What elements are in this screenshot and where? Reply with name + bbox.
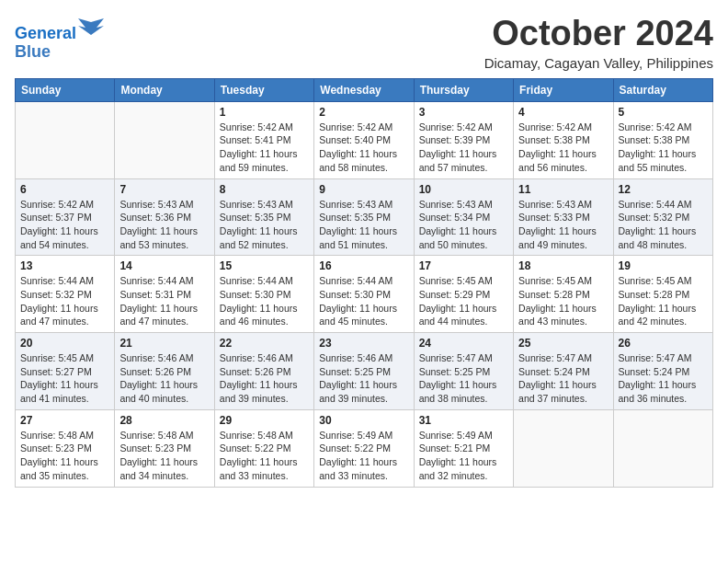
weekday-header-cell: Thursday (414, 78, 513, 101)
calendar-week-row: 20Sunrise: 5:45 AM Sunset: 5:27 PM Dayli… (16, 333, 713, 410)
day-number: 6 (20, 183, 109, 196)
calendar-day-cell: 4Sunrise: 5:42 AM Sunset: 5:38 PM Daylig… (514, 101, 613, 178)
day-info: Sunrise: 5:42 AM Sunset: 5:38 PM Dayligh… (619, 121, 708, 175)
day-number: 1 (220, 106, 309, 119)
day-info: Sunrise: 5:48 AM Sunset: 5:23 PM Dayligh… (20, 429, 109, 483)
calendar-table: SundayMondayTuesdayWednesdayThursdayFrid… (15, 78, 713, 488)
calendar-day-cell: 7Sunrise: 5:43 AM Sunset: 5:36 PM Daylig… (115, 178, 214, 256)
calendar-day-cell: 10Sunrise: 5:43 AM Sunset: 5:34 PM Dayli… (414, 178, 513, 256)
calendar-day-cell: 23Sunrise: 5:46 AM Sunset: 5:25 PM Dayli… (314, 333, 414, 410)
day-number: 29 (220, 414, 309, 427)
day-info: Sunrise: 5:42 AM Sunset: 5:37 PM Dayligh… (20, 198, 109, 252)
day-info: Sunrise: 5:42 AM Sunset: 5:40 PM Dayligh… (319, 121, 408, 175)
day-number: 19 (619, 259, 708, 272)
logo-bird-icon (78, 18, 104, 39)
calendar-day-cell: 12Sunrise: 5:44 AM Sunset: 5:32 PM Dayli… (613, 178, 712, 256)
day-info: Sunrise: 5:46 AM Sunset: 5:26 PM Dayligh… (119, 351, 209, 406)
calendar-day-cell: 5Sunrise: 5:42 AM Sunset: 5:38 PM Daylig… (613, 101, 712, 178)
day-number: 12 (619, 183, 708, 196)
calendar-day-cell: 9Sunrise: 5:43 AM Sunset: 5:35 PM Daylig… (314, 178, 414, 256)
day-number: 30 (319, 414, 408, 427)
weekday-header-cell: Tuesday (214, 78, 313, 101)
calendar-day-cell (115, 101, 214, 178)
month-title: October 2024 (484, 15, 713, 53)
calendar-day-cell: 8Sunrise: 5:43 AM Sunset: 5:35 PM Daylig… (214, 178, 313, 256)
calendar-day-cell: 16Sunrise: 5:44 AM Sunset: 5:30 PM Dayli… (314, 256, 414, 333)
day-info: Sunrise: 5:49 AM Sunset: 5:21 PM Dayligh… (419, 429, 508, 483)
weekday-header-cell: Saturday (613, 78, 712, 101)
day-number: 11 (518, 183, 608, 196)
day-number: 31 (419, 414, 508, 427)
calendar-day-cell: 15Sunrise: 5:44 AM Sunset: 5:30 PM Dayli… (214, 256, 313, 333)
calendar-day-cell: 24Sunrise: 5:47 AM Sunset: 5:25 PM Dayli… (414, 333, 513, 410)
calendar-day-cell: 20Sunrise: 5:45 AM Sunset: 5:27 PM Dayli… (16, 333, 115, 410)
day-info: Sunrise: 5:47 AM Sunset: 5:24 PM Dayligh… (619, 351, 708, 406)
day-number: 16 (319, 259, 408, 272)
day-info: Sunrise: 5:43 AM Sunset: 5:34 PM Dayligh… (419, 198, 508, 252)
day-info: Sunrise: 5:45 AM Sunset: 5:28 PM Dayligh… (518, 274, 608, 328)
day-number: 25 (518, 337, 608, 350)
day-info: Sunrise: 5:44 AM Sunset: 5:31 PM Dayligh… (119, 274, 209, 328)
day-number: 15 (220, 259, 309, 272)
day-info: Sunrise: 5:43 AM Sunset: 5:35 PM Dayligh… (220, 198, 309, 252)
day-number: 5 (619, 106, 708, 119)
weekday-header-cell: Friday (514, 78, 613, 101)
day-number: 23 (319, 337, 408, 350)
calendar-day-cell: 28Sunrise: 5:48 AM Sunset: 5:23 PM Dayli… (115, 409, 214, 487)
title-block: October 2024 Dicamay, Cagayan Valley, Ph… (484, 15, 713, 71)
calendar-body: 1Sunrise: 5:42 AM Sunset: 5:41 PM Daylig… (16, 101, 713, 487)
calendar-day-cell: 2Sunrise: 5:42 AM Sunset: 5:40 PM Daylig… (314, 101, 414, 178)
calendar-day-cell: 25Sunrise: 5:47 AM Sunset: 5:24 PM Dayli… (514, 333, 613, 410)
day-number: 28 (119, 414, 209, 427)
calendar-day-cell: 31Sunrise: 5:49 AM Sunset: 5:21 PM Dayli… (414, 409, 513, 487)
logo-text: General (15, 18, 104, 43)
calendar-day-cell: 30Sunrise: 5:49 AM Sunset: 5:22 PM Dayli… (314, 409, 414, 487)
day-info: Sunrise: 5:46 AM Sunset: 5:25 PM Dayligh… (319, 351, 408, 406)
day-number: 14 (119, 259, 209, 272)
location: Dicamay, Cagayan Valley, Philippines (484, 55, 713, 71)
calendar-day-cell: 13Sunrise: 5:44 AM Sunset: 5:32 PM Dayli… (16, 256, 115, 333)
day-info: Sunrise: 5:43 AM Sunset: 5:33 PM Dayligh… (518, 198, 608, 252)
calendar-day-cell: 1Sunrise: 5:42 AM Sunset: 5:41 PM Daylig… (214, 101, 313, 178)
day-number: 10 (419, 183, 508, 196)
day-number: 9 (319, 183, 408, 196)
day-info: Sunrise: 5:45 AM Sunset: 5:27 PM Dayligh… (20, 351, 109, 406)
weekday-header-cell: Sunday (16, 78, 115, 101)
day-info: Sunrise: 5:42 AM Sunset: 5:39 PM Dayligh… (419, 121, 508, 175)
day-info: Sunrise: 5:44 AM Sunset: 5:32 PM Dayligh… (619, 198, 708, 252)
calendar-day-cell: 14Sunrise: 5:44 AM Sunset: 5:31 PM Dayli… (115, 256, 214, 333)
day-number: 21 (119, 337, 209, 350)
calendar-week-row: 27Sunrise: 5:48 AM Sunset: 5:23 PM Dayli… (16, 409, 713, 487)
weekday-header-cell: Wednesday (314, 78, 414, 101)
day-info: Sunrise: 5:43 AM Sunset: 5:36 PM Dayligh… (119, 198, 209, 252)
day-number: 2 (319, 106, 408, 119)
day-info: Sunrise: 5:49 AM Sunset: 5:22 PM Dayligh… (319, 429, 408, 483)
calendar-day-cell: 29Sunrise: 5:48 AM Sunset: 5:22 PM Dayli… (214, 409, 313, 487)
calendar-week-row: 1Sunrise: 5:42 AM Sunset: 5:41 PM Daylig… (16, 101, 713, 178)
calendar-day-cell: 21Sunrise: 5:46 AM Sunset: 5:26 PM Dayli… (115, 333, 214, 410)
calendar-day-cell (613, 409, 712, 487)
day-info: Sunrise: 5:46 AM Sunset: 5:26 PM Dayligh… (220, 351, 309, 406)
day-number: 27 (20, 414, 109, 427)
day-number: 4 (518, 106, 608, 119)
day-number: 22 (220, 337, 309, 350)
calendar-day-cell (514, 409, 613, 487)
calendar-day-cell: 11Sunrise: 5:43 AM Sunset: 5:33 PM Dayli… (514, 178, 613, 256)
day-number: 8 (220, 183, 309, 196)
day-number: 3 (419, 106, 508, 119)
day-info: Sunrise: 5:47 AM Sunset: 5:24 PM Dayligh… (518, 351, 608, 406)
day-info: Sunrise: 5:45 AM Sunset: 5:29 PM Dayligh… (419, 274, 508, 328)
day-info: Sunrise: 5:44 AM Sunset: 5:30 PM Dayligh… (220, 274, 309, 328)
calendar-day-cell: 3Sunrise: 5:42 AM Sunset: 5:39 PM Daylig… (414, 101, 513, 178)
day-info: Sunrise: 5:48 AM Sunset: 5:23 PM Dayligh… (119, 429, 209, 483)
calendar-week-row: 6Sunrise: 5:42 AM Sunset: 5:37 PM Daylig… (16, 178, 713, 256)
day-info: Sunrise: 5:47 AM Sunset: 5:25 PM Dayligh… (419, 351, 508, 406)
calendar-day-cell: 6Sunrise: 5:42 AM Sunset: 5:37 PM Daylig… (16, 178, 115, 256)
day-info: Sunrise: 5:42 AM Sunset: 5:41 PM Dayligh… (220, 121, 309, 175)
logo: General Blue (15, 18, 104, 62)
day-info: Sunrise: 5:44 AM Sunset: 5:30 PM Dayligh… (319, 274, 408, 328)
calendar-day-cell: 26Sunrise: 5:47 AM Sunset: 5:24 PM Dayli… (613, 333, 712, 410)
day-info: Sunrise: 5:44 AM Sunset: 5:32 PM Dayligh… (20, 274, 109, 328)
day-number: 7 (119, 183, 209, 196)
page-header: General Blue October 2024 Dicamay, Cagay… (15, 15, 713, 71)
